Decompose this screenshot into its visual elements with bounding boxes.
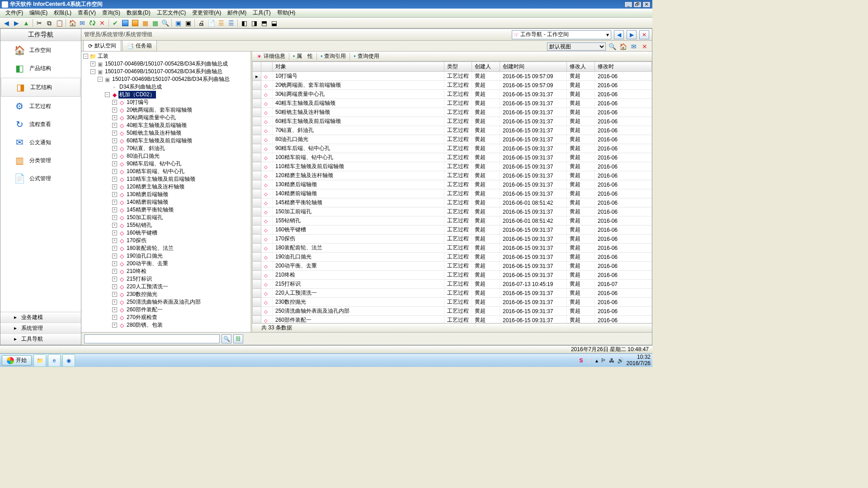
table-row[interactable]: ◇155钻销孔工艺过程黄超2016-06-01 08:51:42黄超2016-0…: [253, 216, 652, 225]
table-row[interactable]: ◇120精磨主轴及连杆轴颈工艺过程黄超2016-06-15 09:31:37黄超…: [253, 171, 652, 180]
mail-icon[interactable]: ✉: [78, 19, 87, 28]
table-row[interactable]: ◇160铣平键槽工艺过程黄超2016-06-15 09:31:37黄超2016-…: [253, 225, 652, 235]
cut-icon[interactable]: ✂: [35, 19, 44, 28]
table-row[interactable]: ◇145精磨平衡轮轴颈工艺过程黄超2016-06-01 08:51:42黄超20…: [253, 198, 652, 207]
expand-icon[interactable]: +: [112, 146, 117, 151]
minimize-button[interactable]: _: [624, 1, 632, 8]
print-icon[interactable]: 🖨: [197, 19, 206, 28]
col-header-0[interactable]: 对象: [273, 62, 444, 72]
tool-7-icon[interactable]: 📄: [207, 19, 216, 28]
nav-close-button[interactable]: ✕: [639, 30, 649, 39]
refresh-icon[interactable]: 🗘: [88, 19, 97, 28]
expand-icon[interactable]: +: [112, 138, 117, 143]
nav-item-5[interactable]: ✉公文通知: [0, 133, 81, 151]
tab-0[interactable]: ⟳默认空间: [83, 40, 121, 51]
tool-6-icon[interactable]: ▣: [184, 19, 193, 28]
detail-tab-2[interactable]: •查询引用: [318, 52, 349, 61]
restore-button[interactable]: 🗗: [633, 1, 642, 8]
expand-icon[interactable]: −: [105, 92, 110, 97]
expand-icon[interactable]: +: [112, 192, 117, 197]
table-row[interactable]: ◇70钻直、斜油孔工艺过程黄超2016-06-15 09:31:37黄超2016…: [253, 126, 652, 135]
menu-item-8[interactable]: 邮件(M): [225, 8, 249, 18]
nav-item-2[interactable]: ◨工艺结构: [1, 78, 80, 97]
paste-icon[interactable]: 📋: [55, 19, 64, 28]
forward-icon[interactable]: ▶: [12, 19, 21, 28]
expand-icon[interactable]: +: [112, 292, 117, 297]
tool-10-icon[interactable]: ◧: [240, 19, 249, 28]
tool-2-icon[interactable]: [131, 19, 140, 28]
table-row[interactable]: ◇100精车前端、钻中心孔工艺过程黄超2016-06-15 09:31:37黄超…: [253, 153, 652, 162]
view-search-icon[interactable]: 🔍: [608, 42, 617, 51]
nav-footer-0[interactable]: 业务建模: [0, 312, 81, 323]
menu-item-9[interactable]: 工具(T): [250, 8, 273, 18]
menu-item-3[interactable]: 查看(V): [75, 8, 99, 18]
detail-tab-1[interactable]: •属 性: [290, 52, 316, 61]
system-clock[interactable]: 10:32 2016/7/26: [627, 354, 651, 366]
tree-node[interactable]: +◇215打标识: [81, 275, 250, 283]
tree-node[interactable]: +◇230数控抛光: [81, 291, 250, 298]
tree-node[interactable]: +◇90精车后端、钻中心孔: [81, 160, 250, 168]
menu-item-10[interactable]: 帮助(H): [274, 8, 298, 18]
col-header-5[interactable]: 修改时: [595, 62, 652, 72]
expand-icon[interactable]: +: [112, 154, 117, 159]
table-row[interactable]: ◇180装配齿轮、法兰工艺过程黄超2016-06-15 09:31:37黄超20…: [253, 244, 652, 253]
tree-panel[interactable]: −📁工装+▣150107-00469B/150107-00542B/D34系列曲…: [81, 52, 252, 332]
grid-scroll[interactable]: 对象类型创建人创建时间修改人修改时 ▸◇10打编号工艺过程黄超2016-06-1…: [252, 61, 652, 323]
tree-node[interactable]: +◇10打编号: [81, 99, 250, 106]
col-header-3[interactable]: 创建时间: [500, 62, 567, 72]
menu-item-6[interactable]: 工艺文件(C): [154, 8, 189, 18]
tree-node[interactable]: −📁工装: [81, 52, 250, 60]
expand-icon[interactable]: +: [112, 184, 117, 189]
tree-node[interactable]: −▣150107-00469B/150107-00542B/D34系列曲轴总: [81, 75, 250, 83]
tree-node[interactable]: +◇155钻销孔: [81, 221, 250, 229]
table-row[interactable]: ◇190油孔口抛光工艺过程黄超2016-06-15 09:31:37黄超2016…: [253, 253, 652, 262]
ok-icon[interactable]: ✔: [111, 19, 120, 28]
tree-node[interactable]: +◇190油孔口抛光: [81, 252, 250, 260]
table-row[interactable]: ◇260部件装配一工艺过程黄超2016-06-15 09:31:37黄超2016…: [253, 316, 652, 324]
tool-3-icon[interactable]: ▦: [141, 19, 150, 28]
search-icon[interactable]: 🔍: [160, 19, 170, 28]
table-row[interactable]: ▸◇10打编号工艺过程黄超2016-06-15 09:57:09黄超2016-0…: [253, 72, 652, 81]
menu-item-7[interactable]: 变更管理(A): [189, 8, 224, 18]
home-icon[interactable]: 🏠: [68, 19, 77, 28]
expand-icon[interactable]: +: [112, 115, 117, 120]
nav-item-7[interactable]: 📄公式管理: [0, 169, 81, 188]
expand-icon[interactable]: +: [112, 230, 117, 235]
expand-icon[interactable]: +: [112, 223, 117, 228]
nav-item-3[interactable]: ⚙工艺过程: [0, 97, 81, 115]
expand-icon[interactable]: +: [112, 269, 117, 274]
tree-node[interactable]: +◇140精磨前端轴颈: [81, 198, 250, 206]
expand-icon[interactable]: +: [112, 300, 117, 305]
col-header-2[interactable]: 创建人: [472, 62, 500, 72]
tree-node[interactable]: +◇60精车主轴颈及前后端轴颈: [81, 137, 250, 145]
table-row[interactable]: ◇130精磨后端轴颈工艺过程黄超2016-06-15 09:31:37黄超201…: [253, 180, 652, 189]
search-button[interactable]: 🔍: [222, 334, 231, 343]
tool-8-icon[interactable]: ☰: [217, 19, 226, 28]
expand-icon[interactable]: +: [112, 323, 117, 328]
tree-node[interactable]: +◇145精磨平衡轮轴颈: [81, 206, 250, 214]
expand-icon[interactable]: +: [112, 277, 117, 282]
search-input[interactable]: [84, 334, 220, 343]
expand-icon[interactable]: +: [112, 261, 117, 266]
expand-icon[interactable]: +: [112, 169, 117, 174]
table-row[interactable]: ◇80油孔口抛光工艺过程黄超2016-06-15 09:31:37黄超2016-…: [253, 135, 652, 144]
tree-node[interactable]: +◇260部件装配一: [81, 306, 250, 314]
expand-icon[interactable]: +: [112, 100, 117, 105]
expand-icon[interactable]: +: [112, 177, 117, 182]
tree-node[interactable]: +◇160铣平键槽: [81, 229, 250, 237]
detail-tab-0[interactable]: ☀详细信息: [254, 52, 288, 61]
close-button[interactable]: ✕: [642, 1, 651, 8]
expand-icon[interactable]: −: [98, 77, 103, 82]
tool-12-icon[interactable]: ⬒: [259, 19, 269, 28]
tree-node[interactable]: +▣150107-00469B/150107-00542B/D34系列曲轴总成: [81, 60, 250, 68]
table-row[interactable]: ◇200动平衡、去重工艺过程黄超2016-06-15 09:31:37黄超201…: [253, 262, 652, 271]
expand-icon[interactable]: +: [112, 108, 117, 113]
tree-node[interactable]: +◇50粗铣主轴及连杆轴颈: [81, 129, 250, 137]
copy-icon[interactable]: ⧉: [45, 19, 54, 28]
table-row[interactable]: ◇30钻两端质量中心孔工艺过程黄超2016-06-15 09:31:37黄超20…: [253, 90, 652, 99]
taskbar-app-icon[interactable]: ◉: [62, 354, 75, 367]
tray-flag-icon[interactable]: 🏳: [601, 357, 606, 364]
tray-network-icon[interactable]: 🖧: [609, 357, 614, 364]
table-row[interactable]: ◇150加工前端孔工艺过程黄超2016-06-15 09:31:37黄超2016…: [253, 207, 652, 216]
tree-node[interactable]: −◆机加（CD02）: [81, 91, 250, 99]
